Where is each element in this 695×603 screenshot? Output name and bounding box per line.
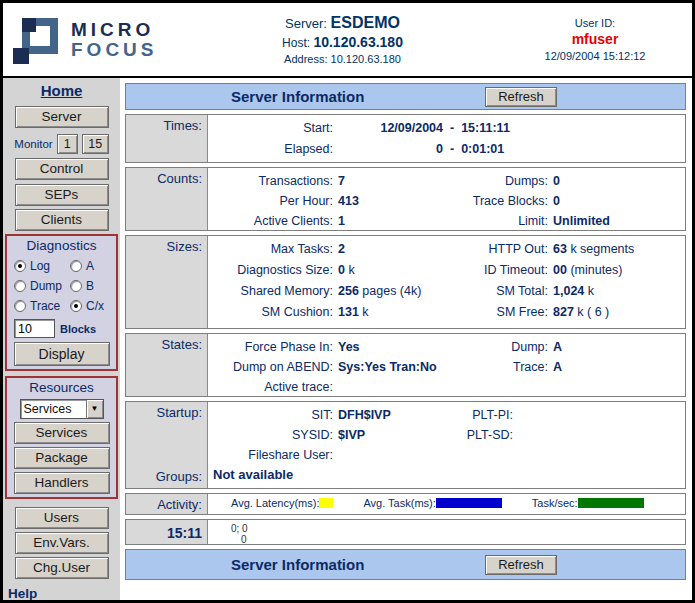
startup-groups-row: Startup: Groups: SIT:DFH$IVP SYSID:$IVP …	[125, 401, 686, 489]
states-label: States:	[126, 334, 208, 396]
radio-trace-icon[interactable]	[14, 300, 26, 312]
display-button[interactable]: Display	[14, 342, 110, 366]
http-out-value: 63	[553, 239, 567, 260]
envvars-button[interactable]: Env.Vars.	[15, 532, 109, 554]
sizes-label: Sizes:	[126, 236, 208, 328]
force-phase-in-label: Force Phase In:	[208, 337, 333, 357]
services-button[interactable]: Services	[14, 422, 110, 444]
elapsed-separator: -	[450, 142, 454, 156]
page-header: MICRO FOCUS Server: ESDEMO Host: 10.120.…	[3, 3, 692, 78]
radio-b-icon[interactable]	[70, 280, 82, 292]
host-label: Host:	[282, 36, 310, 50]
monitor-interval-button[interactable]: 1	[57, 134, 78, 154]
radio-cx[interactable]: C/x	[70, 299, 104, 313]
radio-cx-label: C/x	[86, 299, 104, 313]
sm-total-unit: k	[584, 281, 594, 302]
control-button[interactable]: Control	[15, 158, 109, 180]
microfocus-logo: MICRO FOCUS	[3, 16, 173, 64]
radio-dump[interactable]: Dump	[14, 279, 70, 293]
radio-a-icon[interactable]	[70, 260, 82, 272]
elapsed-time: 0:01:01	[461, 142, 504, 156]
radio-a[interactable]: A	[70, 259, 94, 273]
radio-log[interactable]: Log	[14, 259, 70, 273]
elapsed-label: Elapsed:	[208, 139, 333, 160]
radio-dump-label: Dump	[30, 279, 62, 293]
sit-value: DFH$IVP	[338, 405, 391, 425]
users-button[interactable]: Users	[15, 507, 109, 529]
activity-row: Activity: Avg. Latency(ms): Avg. Task(ms…	[125, 493, 686, 515]
server-button[interactable]: Server	[15, 106, 109, 128]
trace-blocks-value: 0	[553, 191, 560, 211]
groups-value: Not available	[208, 465, 685, 485]
start-date: 12/09/2004	[338, 118, 443, 139]
radio-log-icon[interactable]	[14, 260, 26, 272]
diagnostics-size-value: 0	[338, 260, 345, 281]
shared-memory-label: Shared Memory:	[208, 281, 333, 302]
sm-free-value: 827	[553, 302, 574, 323]
transactions-label: Transactions:	[208, 171, 333, 191]
footer-refresh-button[interactable]: Refresh	[485, 555, 557, 575]
sm-cushion-value: 131	[338, 302, 359, 323]
handlers-button[interactable]: Handlers	[14, 472, 110, 494]
radio-cx-icon[interactable]	[70, 300, 82, 312]
server-label: Server:	[285, 16, 327, 31]
diagnostics-panel: Diagnostics Log A Dump	[5, 234, 118, 371]
active-trace-label: Active trace:	[208, 377, 333, 396]
server-identity: Server: ESDEMO Host: 10.120.63.180 Addre…	[173, 12, 512, 67]
force-phase-in-value: Yes	[338, 337, 360, 357]
package-button[interactable]: Package	[14, 447, 110, 469]
plt-pi-label: PLT-PI:	[458, 405, 513, 425]
sm-cushion-unit: k	[359, 302, 369, 323]
id-timeout-value: 00	[553, 260, 567, 281]
radio-a-label: A	[86, 259, 94, 273]
times-label: Times:	[126, 115, 208, 162]
task-per-sec-swatch	[578, 498, 644, 508]
diagnostics-title: Diagnostics	[10, 238, 113, 255]
id-timeout-unit: (minutes)	[567, 260, 623, 281]
limit-value: Unlimited	[553, 211, 610, 230]
chguser-button[interactable]: Chg.User	[15, 557, 109, 579]
resources-panel: Resources Services ▼ Services Package Ha…	[5, 376, 118, 499]
resources-select[interactable]: Services ▼	[20, 399, 104, 419]
avg-task-legend-label: Avg. Task(ms):	[363, 497, 435, 509]
start-separator: -	[450, 121, 454, 135]
seps-button[interactable]: SEPs	[15, 184, 109, 206]
main-content: Server Information Refresh Times: Start:…	[120, 78, 692, 601]
blocks-input[interactable]	[14, 319, 55, 338]
blocks-label: Blocks	[60, 323, 96, 335]
trace-state-label: Trace:	[458, 357, 548, 377]
shared-memory-value: 256	[338, 281, 359, 302]
task-per-sec-legend-label: Task/sec:	[532, 497, 578, 509]
chevron-down-icon[interactable]: ▼	[86, 400, 103, 418]
sidebar-link-home[interactable]: Home	[3, 82, 120, 102]
counts-label: Counts:	[126, 168, 208, 230]
http-out-unit: k segments	[567, 239, 634, 260]
transactions-value: 7	[338, 171, 345, 191]
shared-memory-unit: pages (4k)	[359, 281, 422, 302]
radio-b[interactable]: B	[70, 279, 94, 293]
dump-state-label: Dump:	[458, 337, 548, 357]
sysid-label: SYSID:	[208, 425, 333, 445]
sm-cushion-label: SM Cushion:	[208, 302, 333, 323]
trace-blocks-label: Trace Blocks:	[458, 191, 548, 211]
dumps-value: 0	[553, 171, 560, 191]
activity-label: Activity:	[126, 494, 208, 514]
titlebar: Server Information Refresh	[125, 83, 686, 110]
monitor-label: Monitor	[14, 138, 52, 150]
resources-select-value: Services	[21, 400, 86, 418]
timeline-time: 15:11	[126, 520, 208, 544]
clients-button[interactable]: Clients	[15, 209, 109, 231]
start-label: Start:	[208, 118, 333, 139]
radio-dump-icon[interactable]	[14, 280, 26, 292]
refresh-button[interactable]: Refresh	[485, 87, 557, 107]
avg-latency-legend-label: Avg. Latency(ms):	[231, 497, 319, 509]
diagnostics-size-label: Diagnostics Size:	[208, 260, 333, 281]
plt-sd-label: PLT-SD:	[458, 425, 513, 445]
per-hour-value: 413	[338, 191, 359, 211]
monitor-count-button[interactable]: 15	[82, 134, 109, 154]
logo-text: MICRO FOCUS	[71, 20, 158, 59]
timeline-values-line2: 0	[241, 534, 685, 544]
avg-task-swatch	[436, 498, 502, 508]
radio-trace[interactable]: Trace	[14, 299, 70, 313]
dump-on-abend-value: Sys:Yes Tran:No	[338, 357, 437, 377]
